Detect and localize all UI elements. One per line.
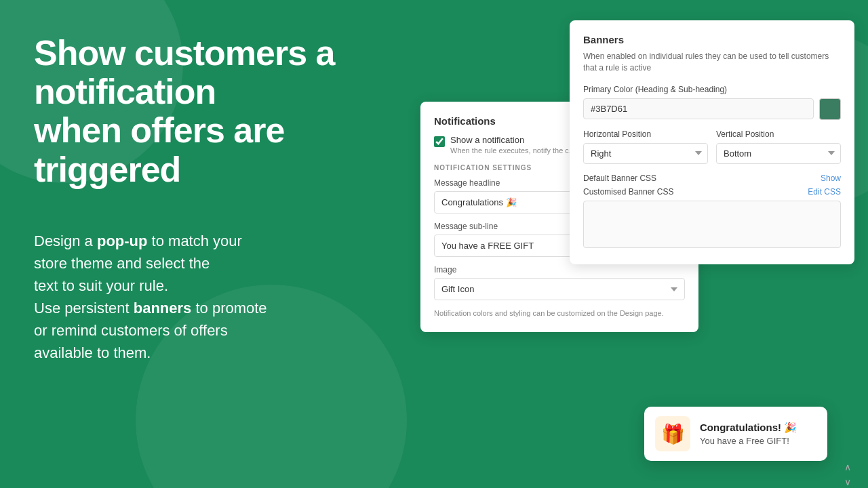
default-css-label: Default Banner CSS bbox=[583, 174, 656, 183]
position-row: Horizontal Position Left Center Right Ve… bbox=[583, 129, 841, 164]
vertical-position-group: Vertical Position Top Center Bottom bbox=[716, 129, 841, 164]
scroll-up-indicator: ∧ bbox=[844, 462, 851, 472]
color-swatch[interactable] bbox=[819, 98, 841, 120]
popup-headline: Congratulations! 🎉 bbox=[700, 422, 797, 434]
right-section: Banners When enabled on individual rules… bbox=[420, 0, 868, 488]
banners-panel: Banners When enabled on individual rules… bbox=[570, 20, 854, 264]
show-notification-checkbox[interactable] bbox=[434, 136, 445, 147]
banners-panel-title: Banners bbox=[583, 34, 841, 45]
edit-css-link[interactable]: Edit CSS bbox=[808, 187, 841, 197]
primary-color-label: Primary Color (Heading & Sub-heading) bbox=[583, 85, 841, 94]
banners-panel-description: When enabled on individual rules they ca… bbox=[583, 51, 841, 74]
popup-sub: You have a Free GIFT! bbox=[700, 436, 797, 446]
scroll-down-indicator: ∨ bbox=[844, 477, 851, 487]
default-css-row: Default Banner CSS Show bbox=[583, 174, 841, 183]
primary-color-row bbox=[583, 98, 841, 120]
show-notification-sub: When the rule executes, notify the c... bbox=[450, 146, 575, 155]
popup-content: Congratulations! 🎉 You have a Free GIFT! bbox=[700, 422, 797, 446]
horizontal-position-select[interactable]: Left Center Right bbox=[583, 143, 708, 164]
gift-icon: 🎁 bbox=[661, 423, 685, 445]
left-section: Show customers a notification when offer… bbox=[0, 0, 420, 488]
description-text: Design a pop-up to match your store them… bbox=[34, 230, 387, 364]
popup-icon-wrapper: 🎁 bbox=[655, 416, 690, 451]
image-select[interactable]: None Gift Icon Star Icon Heart Icon bbox=[434, 278, 685, 300]
primary-color-input[interactable] bbox=[583, 98, 814, 119]
notification-footer: Notification colors and styling can be c… bbox=[434, 308, 685, 319]
custom-css-row: Customised Banner CSS Edit CSS bbox=[583, 187, 841, 197]
horizontal-position-label: Horizontal Position bbox=[583, 129, 708, 139]
horizontal-position-group: Horizontal Position Left Center Right bbox=[583, 129, 708, 164]
show-notification-label: Show a notification bbox=[450, 135, 575, 145]
show-css-link[interactable]: Show bbox=[821, 174, 841, 183]
vertical-position-label: Vertical Position bbox=[716, 129, 841, 139]
show-notification-label-group: Show a notification When the rule execut… bbox=[450, 135, 575, 155]
custom-css-label: Customised Banner CSS bbox=[583, 187, 673, 197]
vertical-position-select[interactable]: Top Center Bottom bbox=[716, 143, 841, 164]
image-label: Image bbox=[434, 265, 685, 274]
custom-css-textarea[interactable] bbox=[583, 201, 841, 248]
main-container: Show customers a notification when offer… bbox=[0, 0, 868, 488]
main-headline: Show customers a notification when offer… bbox=[34, 34, 387, 189]
popup-notification-card: 🎁 Congratulations! 🎉 You have a Free GIF… bbox=[644, 407, 827, 461]
